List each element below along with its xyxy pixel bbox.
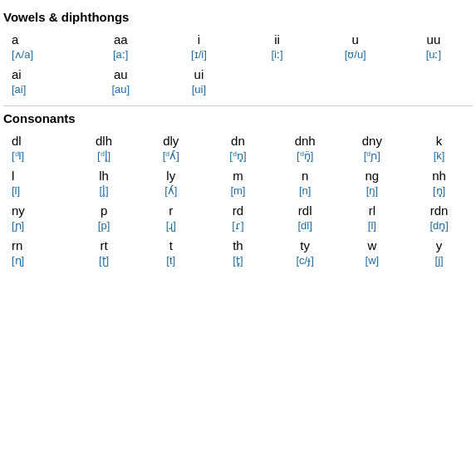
- table-cell: th[t̥]: [204, 235, 272, 270]
- table-cell: rdl[dl]: [272, 200, 339, 235]
- phoneme-label: [ᵈʎ]: [142, 149, 199, 162]
- phoneme-label: [aː]: [86, 48, 155, 61]
- grapheme-label: y: [410, 238, 468, 252]
- table-cell: dny[ᵈɲ]: [339, 130, 406, 165]
- grapheme-label: w: [344, 238, 401, 252]
- table-cell: ng[ŋ]: [339, 165, 406, 200]
- grapheme-label: t: [142, 238, 199, 252]
- grapheme-label: ii: [243, 32, 311, 47]
- table-cell: n[n]: [272, 165, 339, 200]
- vowels-table: a[ʌ/a]aa[aː]i[ɪ/i]ii[iː]u[ʊ/u]uu[uː]ai[a…: [3, 29, 473, 99]
- grapheme-label: dlh: [76, 134, 133, 148]
- grapheme-label: uu: [400, 32, 468, 47]
- grapheme-label: rdl: [277, 203, 334, 218]
- table-cell: ly[ʎ]: [137, 165, 204, 200]
- grapheme-label: rd: [209, 203, 267, 218]
- phoneme-label: [ᵈl̥]: [76, 149, 133, 162]
- table-cell: dn[ᵈn̥]: [204, 130, 272, 165]
- phoneme-label: [ᵈl]: [12, 149, 66, 162]
- grapheme-label: a: [12, 32, 76, 47]
- phoneme-label: [w]: [344, 254, 401, 267]
- grapheme-label: th: [209, 238, 267, 252]
- grapheme-label: dly: [142, 134, 199, 148]
- phoneme-label: [ʎ]: [142, 184, 199, 197]
- grapheme-label: dn: [209, 134, 267, 148]
- grapheme-label: rn: [12, 238, 66, 252]
- grapheme-label: u: [321, 32, 390, 47]
- table-cell: rt[ʈ]: [71, 235, 138, 270]
- grapheme-label: ny: [12, 203, 66, 218]
- table-cell: rdn[dn̥]: [405, 200, 473, 235]
- consonants-table: dl[ᵈl]dlh[ᵈl̥]dly[ᵈʎ]dn[ᵈn̥]dnh[ᵈn̥̈]dny…: [3, 130, 473, 270]
- grapheme-label: dny: [344, 134, 401, 148]
- grapheme-label: rt: [76, 238, 133, 252]
- table-cell: ty[c/ɟ]: [272, 235, 339, 270]
- phoneme-label: [t̥]: [209, 254, 267, 267]
- table-cell: rn[ɳ]: [3, 235, 71, 270]
- grapheme-label: ui: [164, 67, 233, 81]
- phoneme-label: [ɲ]: [12, 219, 66, 232]
- grapheme-label: r: [142, 203, 199, 218]
- phoneme-label: [l]: [344, 219, 401, 232]
- table-cell: [395, 64, 473, 99]
- grapheme-label: p: [76, 203, 133, 218]
- phoneme-label: [ᵈn̥]: [209, 149, 267, 162]
- grapheme-label: l: [12, 169, 66, 183]
- table-cell: [317, 64, 395, 99]
- grapheme-label: i: [164, 32, 233, 47]
- phoneme-label: [k]: [410, 149, 468, 162]
- table-cell: a[ʌ/a]: [3, 29, 81, 64]
- grapheme-label: ty: [277, 238, 334, 252]
- consonants-title: Consonants: [3, 111, 473, 125]
- phoneme-label: [dn̥]: [410, 219, 468, 232]
- table-cell: u[ʊ/u]: [317, 29, 395, 64]
- phoneme-label: [m]: [209, 184, 267, 197]
- table-cell: [238, 64, 316, 99]
- table-cell: r[ɻ]: [137, 200, 204, 235]
- grapheme-label: nh: [410, 169, 468, 183]
- phoneme-label: [l̥]: [76, 184, 133, 197]
- grapheme-label: dnh: [277, 134, 334, 148]
- grapheme-label: ng: [344, 169, 401, 183]
- table-cell: p[p]: [71, 200, 138, 235]
- table-cell: aa[aː]: [81, 29, 159, 64]
- grapheme-label: lh: [76, 169, 133, 183]
- grapheme-label: rl: [344, 203, 401, 218]
- grapheme-label: n: [277, 169, 334, 183]
- table-cell: l[l]: [3, 165, 71, 200]
- table-cell: rl[l]: [339, 200, 406, 235]
- phoneme-label: [ɳ]: [12, 254, 66, 267]
- phoneme-label: [n̥]: [410, 184, 468, 197]
- phoneme-label: [n]: [277, 184, 334, 197]
- grapheme-label: m: [209, 169, 267, 183]
- table-cell: ny[ɲ]: [3, 200, 71, 235]
- vowels-section: Vowels & diphthongs a[ʌ/a]aa[aː]i[ɪ/i]ii…: [3, 10, 473, 99]
- table-cell: y[j]: [405, 235, 473, 270]
- table-cell: au[au]: [81, 64, 159, 99]
- phoneme-label: [ʊ/u]: [321, 48, 390, 61]
- table-cell: nh[n̥]: [405, 165, 473, 200]
- phoneme-label: [ui]: [164, 83, 233, 95]
- grapheme-label: rdn: [410, 203, 468, 218]
- table-cell: uu[uː]: [395, 29, 473, 64]
- table-cell: w[w]: [339, 235, 406, 270]
- phoneme-label: [j]: [410, 254, 468, 267]
- phoneme-label: [c/ɟ]: [277, 254, 334, 267]
- phoneme-label: [p]: [76, 219, 133, 232]
- table-cell: ii[iː]: [238, 29, 316, 64]
- table-cell: t[t]: [137, 235, 204, 270]
- table-cell: dlh[ᵈl̥]: [71, 130, 138, 165]
- grapheme-label: aa: [86, 32, 155, 47]
- table-cell: k[k]: [405, 130, 473, 165]
- phoneme-label: [au]: [86, 83, 155, 95]
- table-cell: lh[l̥]: [71, 165, 138, 200]
- grapheme-label: ai: [12, 67, 76, 81]
- table-cell: dly[ᵈʎ]: [137, 130, 204, 165]
- phoneme-label: [ᵈn̥̈]: [277, 149, 334, 162]
- phoneme-label: [dl]: [277, 219, 334, 232]
- phoneme-label: [ʌ/a]: [12, 48, 76, 61]
- phoneme-label: [iː]: [243, 48, 311, 61]
- phoneme-label: [uː]: [400, 48, 468, 61]
- table-cell: dl[ᵈl]: [3, 130, 71, 165]
- phoneme-label: [t]: [142, 254, 199, 267]
